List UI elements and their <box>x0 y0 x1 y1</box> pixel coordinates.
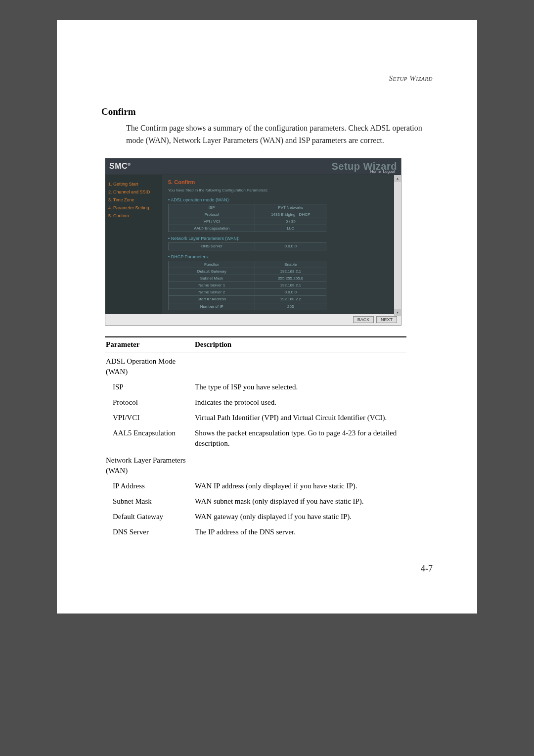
top-links: Home Logout <box>370 169 395 174</box>
table-row: FunctionEnable <box>169 261 326 268</box>
param-name: AAL5 Encapsulation <box>105 425 194 451</box>
cell: DNS Server <box>169 243 255 250</box>
cell: 253 <box>255 303 326 310</box>
cell: Protocol <box>169 211 255 218</box>
wizard-main: 5. Confirm You have filled in the follow… <box>162 175 401 314</box>
cell: 255.255.255.0 <box>255 275 326 282</box>
param-row: DNS ServerThe IP address of the DNS serv… <box>105 524 406 540</box>
param-name: DNS Server <box>105 524 194 540</box>
cell: 1483 Bridging - DHCP <box>255 211 326 218</box>
cell: 0.0.0.0 <box>255 243 326 250</box>
back-button[interactable]: BACK <box>353 316 374 323</box>
cell: PVT Networks <box>255 204 326 211</box>
table-row: Start IP Address192.168.2.2 <box>169 296 326 303</box>
next-button[interactable]: NEXT <box>376 316 397 323</box>
screenshot-body: 1. Getting Start2. Channel and SSID3. Ti… <box>105 175 401 314</box>
param-name: IP Address <box>105 478 194 494</box>
scroll-down-icon[interactable]: ▾ <box>394 309 401 316</box>
cell: Enable <box>255 261 326 268</box>
cell: Subnet Mask <box>169 275 255 282</box>
cell: VPI / VCI <box>169 218 255 225</box>
cell: Function <box>169 261 255 268</box>
section-title: Confirm <box>101 106 433 117</box>
logout-link[interactable]: Logout <box>383 169 395 174</box>
network-layer-heading: • Network Layer Parameters (WAN): <box>168 236 395 241</box>
col-description: Description <box>194 337 406 352</box>
param-desc: Indicates the protocol used. <box>194 395 406 410</box>
param-desc <box>194 352 406 379</box>
param-desc: Shows the packet encapsulation type. Go … <box>194 425 406 451</box>
scrollbar[interactable]: ▴ ▾ <box>394 175 401 316</box>
cell: Default Gateway <box>169 268 255 275</box>
param-desc <box>194 451 406 478</box>
dhcp-table: FunctionEnableDefault Gateway192.168.2.1… <box>168 261 326 310</box>
table-row: Name Server 20.0.0.0 <box>169 289 326 296</box>
table-row: Name Server 1192.168.2.1 <box>169 282 326 289</box>
table-row: Subnet Mask255.255.255.0 <box>169 275 326 282</box>
sidebar-item[interactable]: 2. Channel and SSID <box>108 188 159 196</box>
wizard-footer: BACK NEXT <box>105 314 401 325</box>
param-desc: WAN subnet mask (only displayed if you h… <box>194 494 406 509</box>
table-row: AAL5 EncapsulationLLC <box>169 225 326 232</box>
param-name: Network Layer Parameters (WAN) <box>105 451 194 478</box>
param-row: ISPThe type of ISP you have selected. <box>105 379 406 395</box>
param-group-row: Network Layer Parameters (WAN) <box>105 451 406 478</box>
page-number: 4-7 <box>101 564 433 574</box>
sidebar-item[interactable]: 1. Getting Start <box>108 180 159 188</box>
confirm-heading: 5. Confirm <box>168 179 395 185</box>
scroll-up-icon[interactable]: ▴ <box>394 175 401 182</box>
table-row: Protocol1483 Bridging - DHCP <box>169 211 326 218</box>
smc-logo: SMC® <box>109 162 131 171</box>
table-row: ISPPVT Networks <box>169 204 326 211</box>
intro-paragraph: The Confirm page shows a summary of the … <box>126 122 433 147</box>
param-desc: The IP address of the DNS server. <box>194 524 406 540</box>
param-name: VPI/VCI <box>105 410 194 425</box>
parameter-table: Parameter Description ADSL Operation Mod… <box>105 336 406 540</box>
table-row: DNS Server0.0.0.0 <box>169 243 326 250</box>
param-name: Subnet Mask <box>105 494 194 509</box>
param-desc: WAN IP address (only displayed if you ha… <box>194 478 406 494</box>
col-parameter: Parameter <box>105 337 194 352</box>
home-link[interactable]: Home <box>370 169 381 174</box>
sidebar-item[interactable]: 3. Time Zone <box>108 196 159 204</box>
cell: Name Server 2 <box>169 289 255 296</box>
param-row: AAL5 EncapsulationShows the packet encap… <box>105 425 406 451</box>
adsl-mode-heading: • ADSL operation mode (WAN): <box>168 197 395 202</box>
cell: 192.168.2.2 <box>255 296 326 303</box>
logo-suffix: ® <box>128 162 131 167</box>
cell: 192.168.2.1 <box>255 282 326 289</box>
logo-text: SMC <box>109 162 128 170</box>
param-row: VPI/VCIVirtual Path Identifier (VPI) and… <box>105 410 406 425</box>
param-row: Default GatewayWAN gateway (only display… <box>105 509 406 524</box>
param-name: Default Gateway <box>105 509 194 524</box>
network-layer-table: DNS Server0.0.0.0 <box>168 242 326 250</box>
table-row: VPI / VCI0 / 35 <box>169 218 326 225</box>
confirm-subtext: You have filled in the following Configu… <box>168 188 395 192</box>
cell: 0 / 35 <box>255 218 326 225</box>
screenshot-topbar: SMC® Setup Wizard <box>105 158 401 175</box>
embedded-screenshot: SMC® Setup Wizard Home Logout 1. Getting… <box>105 158 401 326</box>
cell: ISP <box>169 204 255 211</box>
cell: Number of IP <box>169 303 255 310</box>
param-name: Protocol <box>105 395 194 410</box>
param-name: ISP <box>105 379 194 395</box>
table-row: Number of IP253 <box>169 303 326 310</box>
table-row: Default Gateway192.168.2.1 <box>169 268 326 275</box>
param-group-row: ADSL Operation Mode (WAN) <box>105 352 406 379</box>
param-row: Subnet MaskWAN subnet mask (only display… <box>105 494 406 509</box>
param-desc: The type of ISP you have selected. <box>194 379 406 395</box>
param-desc: Virtual Path Identifier (VPI) and Virtua… <box>194 410 406 425</box>
param-row: ProtocolIndicates the protocol used. <box>105 395 406 410</box>
dhcp-heading: • DHCP Parameters: <box>168 254 395 259</box>
param-name: ADSL Operation Mode (WAN) <box>105 352 194 379</box>
sidebar-item[interactable]: 5. Confirm <box>108 212 159 220</box>
cell: Start IP Address <box>169 296 255 303</box>
sidebar-item[interactable]: 4. Parameter Setting <box>108 204 159 212</box>
cell: 0.0.0.0 <box>255 289 326 296</box>
param-row: IP AddressWAN IP address (only displayed… <box>105 478 406 494</box>
param-desc: WAN gateway (only displayed if you have … <box>194 509 406 524</box>
running-header: Setup Wizard <box>101 74 433 83</box>
document-page: Setup Wizard Confirm The Confirm page sh… <box>57 20 477 614</box>
cell: AAL5 Encapsulation <box>169 225 255 232</box>
adsl-mode-table: ISPPVT NetworksProtocol1483 Bridging - D… <box>168 204 326 233</box>
